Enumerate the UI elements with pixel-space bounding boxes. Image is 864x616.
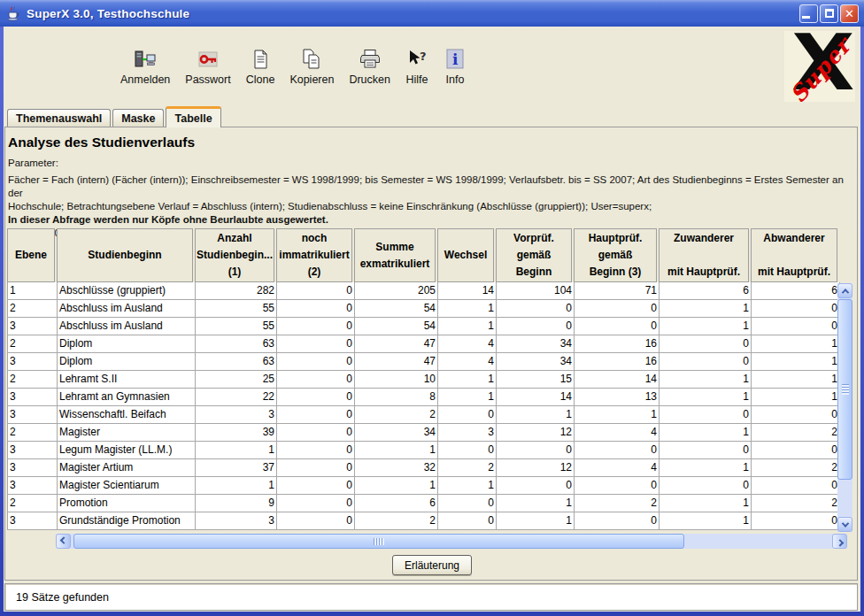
table-cell[interactable]: 3 xyxy=(8,459,58,477)
table-cell[interactable]: 1 xyxy=(660,424,752,442)
table-cell[interactable]: 3 xyxy=(8,512,58,530)
table-cell[interactable]: 0 xyxy=(277,477,355,495)
table-cell[interactable]: 6 xyxy=(752,282,840,300)
table-cell[interactable]: 1 xyxy=(660,495,752,512)
table-row[interactable]: 3Magister Artium37032212412 xyxy=(8,459,840,477)
column-header[interactable]: Abwanderermit Hauptprüf. xyxy=(751,228,837,282)
table-row[interactable]: 3Abschluss im Ausland5505410010 xyxy=(8,318,840,335)
table-cell[interactable]: 0 xyxy=(277,389,355,406)
table-cell[interactable]: 2 xyxy=(8,495,58,512)
table-cell[interactable]: 0 xyxy=(752,512,840,530)
table-cell[interactable]: Promotion xyxy=(58,495,196,512)
table-cell[interactable]: 104 xyxy=(497,282,575,300)
table-row[interactable]: 3Grundständige Promotion30201010 xyxy=(8,512,840,530)
clone-button[interactable]: Clone xyxy=(246,48,275,104)
table-cell[interactable]: 55 xyxy=(196,300,277,318)
column-header[interactable]: Hauptprüf.gemäßBeginn (3) xyxy=(574,228,657,282)
table-cell[interactable]: Abschluss im Ausland xyxy=(58,300,196,318)
scroll-right-button[interactable] xyxy=(832,534,847,549)
scroll-down-button[interactable] xyxy=(837,517,852,532)
table-cell[interactable]: 54 xyxy=(355,300,438,318)
table-row[interactable]: 2Diplom630474341601 xyxy=(8,335,840,353)
close-button[interactable]: ✕ xyxy=(840,4,859,23)
table-cell[interactable]: 14 xyxy=(575,371,660,389)
login-button[interactable]: Anmelden xyxy=(120,48,170,104)
column-header[interactable]: Zuwanderermit Hauptprüf. xyxy=(659,228,749,282)
table-cell[interactable]: 1 xyxy=(660,389,752,406)
table-cell[interactable]: 1 xyxy=(355,442,438,459)
table-cell[interactable]: 1 xyxy=(660,371,752,389)
table-cell[interactable]: 1 xyxy=(660,318,752,335)
table-cell[interactable]: 2 xyxy=(8,424,58,442)
table-cell[interactable]: 3 xyxy=(8,442,58,459)
table-cell[interactable]: 0 xyxy=(277,318,355,335)
table-cell[interactable]: 0 xyxy=(497,300,575,318)
table-cell[interactable]: 2 xyxy=(575,495,660,512)
column-header[interactable]: Vorprüf.gemäßBeginn xyxy=(496,228,572,282)
column-header[interactable]: nochimmatrikuliert(2) xyxy=(276,228,352,282)
table-cell[interactable]: 0 xyxy=(752,300,840,318)
table-cell[interactable]: 3 xyxy=(8,389,58,406)
table-row[interactable]: 3Lehramt an Gymnasien22081141311 xyxy=(8,389,840,406)
table-cell[interactable]: 0 xyxy=(660,477,752,495)
table-cell[interactable]: 6 xyxy=(660,282,752,300)
table-cell[interactable]: 32 xyxy=(355,459,438,477)
table-cell[interactable]: Abschlüsse (gruppiert) xyxy=(58,282,196,300)
table-cell[interactable]: 0 xyxy=(752,442,840,459)
table-cell[interactable]: 0 xyxy=(752,477,840,495)
table-cell[interactable]: 0 xyxy=(277,300,355,318)
table-cell[interactable]: 2 xyxy=(752,495,840,512)
help-button[interactable]: ? Hilfe xyxy=(405,48,428,104)
column-header[interactable]: Ebene xyxy=(7,228,55,282)
table-cell[interactable]: Grundständige Promotion xyxy=(58,512,196,530)
table-cell[interactable]: 3 xyxy=(8,318,58,335)
copy-button[interactable]: Kopieren xyxy=(289,48,334,104)
table-cell[interactable]: 0 xyxy=(575,442,660,459)
password-button[interactable]: Passwort xyxy=(185,48,230,104)
table-cell[interactable]: Magister xyxy=(58,424,196,442)
table-cell[interactable]: 14 xyxy=(438,282,497,300)
table-cell[interactable]: 0 xyxy=(660,442,752,459)
table-cell[interactable]: 0 xyxy=(277,353,355,371)
table-cell[interactable]: 0 xyxy=(575,300,660,318)
horizontal-scrollbar[interactable] xyxy=(56,534,847,549)
table-cell[interactable]: 47 xyxy=(355,353,438,371)
table-cell[interactable]: 3 xyxy=(8,406,58,424)
table-cell[interactable]: 2 xyxy=(752,459,840,477)
table-cell[interactable]: Lehramt S.II xyxy=(58,371,196,389)
table-cell[interactable]: 0 xyxy=(438,512,497,530)
table-cell[interactable]: 0 xyxy=(277,495,355,512)
table-row[interactable]: 2Lehramt S.II250101151411 xyxy=(8,371,840,389)
title-bar[interactable]: SuperX 3.0, Testhochschule ✕ xyxy=(0,0,864,27)
vertical-scrollbar[interactable] xyxy=(837,283,852,532)
table-cell[interactable]: 6 xyxy=(355,495,438,512)
table-cell[interactable]: 0 xyxy=(497,442,575,459)
table-cell[interactable]: 3 xyxy=(438,424,497,442)
table-cell[interactable]: 3 xyxy=(8,353,58,371)
table-cell[interactable]: 0 xyxy=(752,318,840,335)
print-button[interactable]: Drucken xyxy=(349,48,390,104)
table-cell[interactable]: 2 xyxy=(438,459,497,477)
table-cell[interactable]: 1 xyxy=(752,335,840,353)
table-row[interactable]: 3Diplom630474341601 xyxy=(8,353,840,371)
table-cell[interactable]: Lehramt an Gymnasien xyxy=(58,389,196,406)
table-cell[interactable]: 4 xyxy=(438,335,497,353)
table-cell[interactable]: 4 xyxy=(575,424,660,442)
table-cell[interactable]: 3 xyxy=(8,477,58,495)
table-cell[interactable]: 1 xyxy=(497,495,575,512)
column-header[interactable]: Summeexmatrikuliert xyxy=(354,228,436,282)
table-cell[interactable]: 47 xyxy=(355,335,438,353)
table-cell[interactable]: 1 xyxy=(8,282,58,300)
table-cell[interactable]: 0 xyxy=(438,442,497,459)
table-cell[interactable]: 34 xyxy=(497,353,575,371)
table-cell[interactable]: 1 xyxy=(497,406,575,424)
table-cell[interactable]: 1 xyxy=(660,512,752,530)
table-cell[interactable]: 1 xyxy=(660,459,752,477)
scroll-left-button[interactable] xyxy=(56,534,71,549)
table-row[interactable]: 1Abschlüsse (gruppiert)2820205141047166 xyxy=(8,282,840,300)
table-cell[interactable]: 2 xyxy=(355,406,438,424)
table-cell[interactable]: 1 xyxy=(497,512,575,530)
table-cell[interactable]: 1 xyxy=(196,477,277,495)
table-row[interactable]: 2Magister39034312412 xyxy=(8,424,840,442)
column-header[interactable]: Wechsel xyxy=(437,228,494,282)
